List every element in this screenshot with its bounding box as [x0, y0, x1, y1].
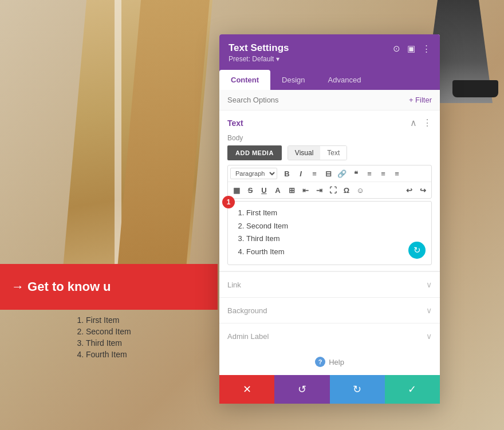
section-menu-icon[interactable]: ⋮	[423, 117, 432, 128]
panel-body: Text ∧ ⋮ Body ADD MEDIA Visual Text	[219, 111, 440, 375]
visual-text-tabs: Visual Text	[288, 145, 347, 160]
list-item-3: Third Item	[246, 233, 426, 244]
help-icon: ?	[315, 357, 325, 367]
toolbar-row-1: Paragraph B I ≡ ⊟ 🔗 ❝ ≡ ≡ ≡	[228, 165, 431, 182]
editor-area: ADD MEDIA Visual Text Paragraph B I ≡	[219, 145, 440, 271]
admin-arrow-icon: ∨	[426, 332, 432, 341]
bottom-bar: ✕ ↺ ↻ ✓	[219, 375, 440, 404]
strikethrough-button[interactable]: S	[244, 184, 257, 196]
italic-button[interactable]: I	[294, 167, 307, 180]
table-button[interactable]: ▦	[230, 184, 243, 196]
filter-label: + Filter	[409, 96, 432, 104]
link-section[interactable]: Link ∨	[219, 271, 440, 297]
tab-advanced[interactable]: Advanced	[317, 70, 373, 90]
paragraph-select[interactable]: Paragraph	[230, 168, 277, 179]
add-media-row: ADD MEDIA Visual Text	[227, 145, 432, 160]
undo-toolbar-button[interactable]: ↩	[403, 184, 415, 196]
bg-list-item: Second Item	[86, 327, 131, 336]
fullscreen-button[interactable]: ⛶	[326, 184, 339, 196]
responsive-icon[interactable]: ⊙	[393, 44, 400, 54]
panel-preset[interactable]: Preset: Default ▾	[229, 55, 289, 63]
background-list: First Item Second Item Third Item Fourth…	[74, 315, 131, 361]
filter-button[interactable]: + Filter	[409, 96, 432, 104]
background-section[interactable]: Background ∨	[219, 297, 440, 323]
panel-header-icons: ⊙ ▣ ⋮	[393, 44, 431, 54]
underline-button[interactable]: U	[258, 184, 270, 196]
more-icon[interactable]: ⋮	[422, 44, 431, 54]
undo-button[interactable]: ↺	[274, 375, 329, 404]
help-row[interactable]: ? Help	[219, 349, 440, 375]
redo-toolbar-button[interactable]: ↪	[416, 184, 429, 196]
search-input[interactable]	[227, 96, 409, 104]
quote-button[interactable]: ❝	[349, 167, 362, 180]
list-item-1: First Item	[246, 207, 426, 219]
save-button[interactable]: ✓	[385, 375, 440, 404]
panel-tabs: Content Design Advanced	[219, 70, 440, 90]
visual-tab[interactable]: Visual	[288, 146, 320, 160]
split-icon[interactable]: ▣	[407, 44, 415, 54]
text-tab[interactable]: Text	[320, 146, 346, 160]
editor-content[interactable]: 1 First Item Second Item Third Item Four…	[227, 201, 432, 265]
format-button[interactable]: ⊞	[285, 184, 298, 196]
tab-design[interactable]: Design	[270, 70, 316, 90]
align-left-button[interactable]: ≡	[363, 167, 376, 180]
toolbar-row-2: ▦ S U A ⊞ ⇤ ⇥ ⛶ Ω ☺ ↩ ↪	[228, 182, 431, 198]
admin-label-section[interactable]: Admin Label ∨	[219, 323, 440, 349]
bullet-list-button[interactable]: ≡	[308, 167, 321, 180]
section-title: Text	[227, 119, 243, 128]
link-button[interactable]: 🔗	[336, 167, 348, 180]
admin-label-text: Admin Label	[227, 332, 269, 341]
bg-list-item: Third Item	[86, 338, 131, 348]
refresh-button[interactable]: ↻	[408, 242, 426, 259]
emoji-button[interactable]: ☺	[354, 184, 367, 196]
settings-panel: Text Settings Preset: Default ▾ ⊙ ▣ ⋮ Co…	[219, 34, 440, 404]
editor-list: First Item Second Item Third Item Fourth…	[234, 207, 426, 257]
add-media-button[interactable]: ADD MEDIA	[227, 145, 282, 160]
font-color-button[interactable]: A	[271, 184, 284, 196]
body-label: Body	[219, 132, 440, 145]
special-char-button[interactable]: Ω	[340, 184, 353, 196]
tab-content[interactable]: Content	[219, 70, 270, 90]
preset-label: Preset: Default	[229, 55, 274, 63]
section-controls: ∧ ⋮	[410, 117, 432, 128]
link-arrow-icon: ∨	[426, 280, 432, 289]
banner-text: → Get to know u	[11, 279, 111, 294]
numbered-list-button[interactable]: ⊟	[322, 167, 334, 180]
list-item-4: Fourth Item	[246, 246, 426, 258]
link-label: Link	[227, 281, 241, 289]
person-shoe	[452, 80, 498, 97]
panel-title: Text Settings	[229, 42, 289, 54]
background-label: Background	[227, 306, 267, 315]
red-banner: → Get to know u	[0, 264, 218, 310]
section-collapse-icon[interactable]: ∧	[410, 117, 417, 128]
background-arrow-icon: ∨	[426, 306, 432, 315]
indent-right-button[interactable]: ⇥	[313, 184, 325, 196]
section-header: Text ∧ ⋮	[219, 111, 440, 132]
panel-title-area: Text Settings Preset: Default ▾	[229, 42, 289, 63]
edit-badge: 1	[222, 196, 235, 208]
bold-button[interactable]: B	[281, 167, 293, 180]
editor-toolbar: Paragraph B I ≡ ⊟ 🔗 ❝ ≡ ≡ ≡ ▦ S	[227, 165, 432, 199]
panel-header: Text Settings Preset: Default ▾ ⊙ ▣ ⋮	[219, 34, 440, 70]
bg-list-item: Fourth Item	[86, 350, 131, 359]
align-center-button[interactable]: ≡	[377, 167, 389, 180]
help-label: Help	[329, 358, 344, 366]
indent-left-button[interactable]: ⇤	[299, 184, 312, 196]
text-section: Text ∧ ⋮ Body ADD MEDIA Visual Text	[219, 111, 440, 271]
align-right-button[interactable]: ≡	[391, 167, 403, 180]
redo-button[interactable]: ↻	[330, 375, 385, 404]
list-item-2: Second Item	[246, 220, 426, 232]
search-bar: + Filter	[219, 90, 440, 111]
cancel-button[interactable]: ✕	[219, 375, 274, 404]
preset-arrow: ▾	[276, 55, 279, 63]
bg-list-item: First Item	[86, 315, 131, 325]
